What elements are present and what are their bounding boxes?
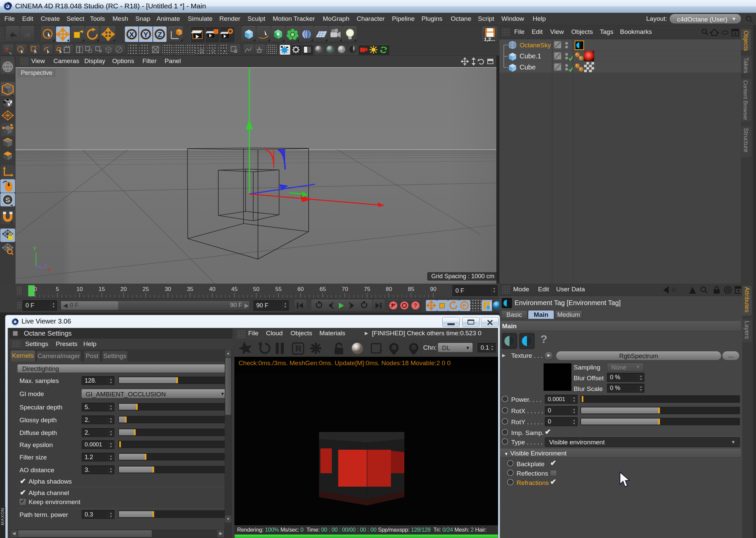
svg-text:x: x: [48, 266, 50, 272]
svg-text:F: F: [393, 345, 395, 350]
svg-text:5: 5: [56, 286, 59, 292]
svg-text:35: 35: [187, 286, 193, 292]
svg-text:1,2...: 1,2...: [484, 36, 495, 42]
svg-text:Z: Z: [44, 262, 47, 268]
svg-text:M: M: [412, 345, 415, 350]
svg-text:X: X: [129, 31, 134, 38]
svg-text:30: 30: [165, 286, 171, 292]
svg-text:70: 70: [342, 286, 348, 292]
svg-text:55: 55: [275, 286, 282, 292]
svg-text:R: R: [295, 344, 302, 354]
svg-text:10: 10: [77, 286, 83, 292]
svg-text:15: 15: [99, 286, 105, 292]
svg-text:Y: Y: [33, 246, 37, 252]
svg-text:?: ?: [414, 303, 417, 308]
svg-text:50: 50: [253, 286, 260, 292]
svg-text:S: S: [5, 196, 10, 204]
svg-text:90: 90: [430, 286, 437, 292]
svg-text:85: 85: [408, 286, 414, 292]
svg-text:Z: Z: [158, 31, 162, 38]
svg-text:P: P: [463, 303, 466, 308]
svg-text:80: 80: [386, 286, 392, 292]
svg-text:75: 75: [364, 286, 370, 292]
svg-text:65: 65: [320, 286, 326, 292]
svg-text:45: 45: [231, 286, 238, 292]
svg-text:60: 60: [298, 286, 304, 292]
svg-text:40: 40: [209, 286, 216, 292]
svg-text:Y: Y: [143, 31, 148, 38]
svg-text:20: 20: [121, 286, 127, 292]
svg-text:25: 25: [143, 286, 149, 292]
svg-text:0: 0: [34, 286, 37, 292]
svg-text:?: ?: [5, 47, 8, 53]
